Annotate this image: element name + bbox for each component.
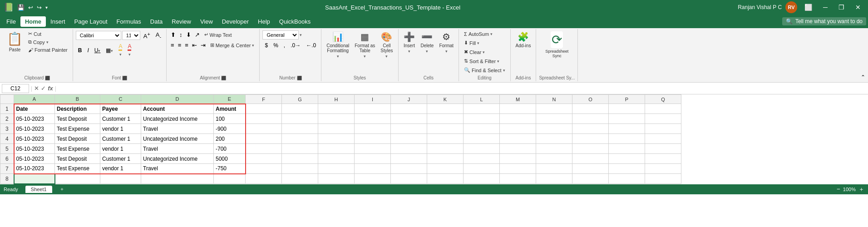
number-expand-icon[interactable]: ⬛	[297, 76, 302, 80]
cell-K3[interactable]	[427, 124, 464, 134]
underline-button[interactable]: U▾	[92, 46, 103, 54]
cell-F5[interactable]	[246, 144, 282, 154]
sort-filter-button[interactable]: ⇅ Sort & Filter ▾	[462, 57, 502, 65]
cell-A5[interactable]: 05-10-2023	[14, 144, 55, 154]
cell-C8[interactable]	[100, 174, 141, 184]
cell-A2[interactable]: 05-10-2023	[14, 114, 55, 124]
cell-A8[interactable]	[14, 174, 55, 184]
col-header-N[interactable]: N	[536, 95, 572, 104]
cell-H3[interactable]	[318, 124, 355, 134]
border-button[interactable]: ▦▾	[104, 46, 115, 54]
cell-Q6[interactable]	[645, 154, 681, 164]
cell-M7[interactable]	[500, 164, 536, 174]
menu-home[interactable]: Home	[20, 16, 46, 27]
cell-D1[interactable]: Account	[141, 104, 214, 114]
cell-O8[interactable]	[572, 174, 609, 184]
cell-C2[interactable]: Customer 1	[100, 114, 141, 124]
insert-button[interactable]: ➕ Insert ▾	[401, 30, 418, 55]
cell-Q4[interactable]	[645, 134, 681, 144]
cell-M5[interactable]	[500, 144, 536, 154]
cell-O2[interactable]	[572, 114, 609, 124]
cell-K4[interactable]	[427, 134, 464, 144]
menu-developer[interactable]: Developer	[217, 16, 253, 27]
cancel-formula-icon[interactable]: ✕	[34, 85, 39, 92]
col-header-J[interactable]: J	[391, 95, 427, 104]
cell-E1[interactable]: Amount	[214, 104, 246, 114]
cell-B5[interactable]: Test Expense	[55, 144, 100, 154]
cell-G2[interactable]	[282, 114, 318, 124]
cell-Q3[interactable]	[645, 124, 681, 134]
cell-I4[interactable]	[355, 134, 391, 144]
cell-G7[interactable]	[282, 164, 318, 174]
cell-G5[interactable]	[282, 144, 318, 154]
cell-J7[interactable]	[391, 164, 427, 174]
clear-button[interactable]: ✖ Clear ▾	[462, 48, 487, 56]
cell-K8[interactable]	[427, 174, 464, 184]
cell-F2[interactable]	[246, 114, 282, 124]
spreadsheet-sync-button[interactable]: ⟳ SpreadsheetSync	[543, 30, 571, 59]
cell-M3[interactable]	[500, 124, 536, 134]
decrease-indent-button[interactable]: ⇤	[191, 41, 198, 49]
col-header-I[interactable]: I	[355, 95, 391, 104]
cell-L8[interactable]	[464, 174, 500, 184]
restore-button[interactable]: ❐	[835, 2, 848, 13]
cell-D4[interactable]: Uncategorized Income	[141, 134, 214, 144]
cell-D3[interactable]: Travel	[141, 124, 214, 134]
format-painter-button[interactable]: 🖌 Format Painter	[26, 46, 70, 54]
cell-G4[interactable]	[282, 134, 318, 144]
cell-L3[interactable]	[464, 124, 500, 134]
cell-A1[interactable]: Date	[14, 104, 55, 114]
cell-H2[interactable]	[318, 114, 355, 124]
cell-H1[interactable]	[318, 104, 355, 114]
cell-B3[interactable]: Test Expense	[55, 124, 100, 134]
cell-P2[interactable]	[609, 114, 645, 124]
cell-B8[interactable]	[55, 174, 100, 184]
menu-data[interactable]: Data	[146, 16, 167, 27]
cell-P5[interactable]	[609, 144, 645, 154]
font-expand-icon[interactable]: ⬛	[122, 76, 127, 80]
cell-C3[interactable]: vendor 1	[100, 124, 141, 134]
menu-view[interactable]: View	[196, 16, 217, 27]
cell-G1[interactable]	[282, 104, 318, 114]
ribbon-collapse-button[interactable]: ⬜	[801, 2, 816, 13]
cell-F4[interactable]	[246, 134, 282, 144]
cell-J4[interactable]	[391, 134, 427, 144]
cut-button[interactable]: ✂ Cut	[26, 30, 70, 38]
cell-H8[interactable]	[318, 174, 355, 184]
conditional-formatting-button[interactable]: 📊 ConditionalFormatting ▾	[324, 30, 351, 60]
align-top-button[interactable]: ⬆	[169, 30, 177, 39]
cell-J3[interactable]	[391, 124, 427, 134]
close-button[interactable]: ✕	[852, 2, 864, 13]
clipboard-expand-icon[interactable]: ⬛	[45, 76, 50, 80]
decrease-font-button[interactable]: A-	[153, 30, 163, 40]
cell-K6[interactable]	[427, 154, 464, 164]
cell-M4[interactable]	[500, 134, 536, 144]
cell-E5[interactable]: -700	[214, 144, 246, 154]
cell-styles-button[interactable]: 🎨 CellStyles ▾	[378, 30, 395, 60]
formula-input[interactable]	[58, 85, 866, 92]
col-header-D[interactable]: D	[141, 95, 214, 104]
align-middle-button[interactable]: ↕	[178, 30, 184, 39]
col-header-B[interactable]: B	[55, 95, 100, 104]
cell-N7[interactable]	[536, 164, 572, 174]
cell-J6[interactable]	[391, 154, 427, 164]
cell-O4[interactable]	[572, 134, 609, 144]
font-name-select[interactable]: Calibri	[76, 31, 121, 40]
addins-button[interactable]: 🧩 Add-ins	[513, 30, 533, 49]
format-as-table-button[interactable]: ▦ Format asTable ▾	[352, 30, 377, 60]
cell-O5[interactable]	[572, 144, 609, 154]
col-header-C[interactable]: C	[100, 95, 141, 104]
insert-function-icon[interactable]: fx	[48, 85, 53, 92]
cell-A3[interactable]: 05-10-2023	[14, 124, 55, 134]
cell-K2[interactable]	[427, 114, 464, 124]
col-header-A[interactable]: A	[14, 95, 55, 104]
menu-page-layout[interactable]: Page Layout	[70, 16, 112, 27]
cell-H4[interactable]	[318, 134, 355, 144]
fill-button[interactable]: ⬇ Fill ▾	[462, 39, 482, 47]
menu-quickbooks[interactable]: QuickBooks	[275, 16, 315, 27]
cell-E2[interactable]: 100	[214, 114, 246, 124]
col-header-O[interactable]: O	[572, 95, 609, 104]
col-header-K[interactable]: K	[427, 95, 464, 104]
text-angle-button[interactable]: ↗	[193, 30, 201, 39]
cell-M1[interactable]	[500, 104, 536, 114]
